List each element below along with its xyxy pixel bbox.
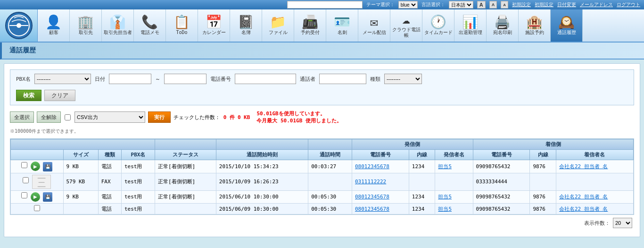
row-caller-name[interactable]: 担当5 bbox=[435, 204, 473, 214]
attendance-label: 出退勤管理 bbox=[459, 30, 482, 35]
row-caller-tel[interactable]: 08012345678 bbox=[352, 160, 409, 173]
row-callee-tel: 0333334444 bbox=[473, 173, 530, 190]
font-size-btn-3[interactable]: A bbox=[501, 1, 508, 9]
top-bar: テーマ選択： blue 言語選択： 日本語 A A A 初期設定 初期設定 日付… bbox=[0, 0, 644, 9]
sidebar-item-mail[interactable]: ✉️ メール配信 bbox=[358, 9, 390, 42]
row-status: 正常[着側切断] bbox=[155, 173, 216, 190]
row-start-time: 2015/06/10 10:30:00 bbox=[216, 190, 308, 204]
display-count-label: 表示件数： bbox=[584, 220, 610, 227]
play-button[interactable]: ▶ bbox=[31, 162, 40, 171]
app-logo bbox=[0, 9, 38, 42]
lang-select[interactable]: 日本語 bbox=[449, 1, 473, 9]
sidebar-item-timecard[interactable]: 🕐 タイムカード bbox=[422, 9, 454, 42]
font-size-btn-1[interactable]: A bbox=[477, 1, 486, 9]
row-caller-tel[interactable]: 08012345678 bbox=[352, 204, 409, 214]
history-link[interactable]: 日付変更 bbox=[557, 1, 576, 8]
row-caller-ext: 1234 bbox=[409, 204, 435, 214]
date-label: 日付 bbox=[95, 76, 105, 83]
row-checkbox[interactable] bbox=[34, 205, 40, 211]
row-size bbox=[63, 204, 98, 214]
sidebar-item-cloud-tel[interactable]: ☁️ クラウド電話帳 bbox=[390, 9, 422, 42]
col-group-duration bbox=[308, 139, 352, 150]
row-caller-name[interactable]: 担当5 bbox=[435, 190, 473, 204]
row-status: 正常[着側切断] bbox=[155, 160, 216, 173]
tel-label: 電話番号 bbox=[210, 76, 231, 83]
yoyaku-label: 予約受付 bbox=[301, 30, 320, 35]
content-area: PBX名 -------- test用 日付 ～ 電話番号 通話者 種類 ---… bbox=[4, 63, 640, 237]
csv-checkbox[interactable] bbox=[65, 114, 71, 120]
sidebar-item-meishi[interactable]: 🪪 名刺 bbox=[326, 9, 358, 42]
row-caller-tel[interactable]: 0311112222 bbox=[352, 173, 409, 190]
sidebar-item-call-history[interactable]: 🕰️ 通話履歴 bbox=[551, 9, 583, 42]
data-table: 発信側 着信側 サイズ 種類 PBX名 ステータス 通話開始時刻 通話時間 電話… bbox=[10, 139, 634, 214]
top-search-input[interactable] bbox=[287, 1, 363, 9]
row-caller-name[interactable]: 担当5 bbox=[435, 160, 473, 173]
display-count-select[interactable]: 10 20 50 100 bbox=[613, 218, 632, 228]
clear-button[interactable]: クリア bbox=[44, 90, 75, 101]
mail-label: メール配信 bbox=[363, 30, 386, 35]
admin-link[interactable]: 初期設定 bbox=[512, 1, 531, 8]
col-group-start bbox=[216, 139, 308, 150]
cloud-tel-icon: ☁️ bbox=[402, 13, 410, 26]
checked-count-value: 0 件 bbox=[223, 114, 235, 120]
customer-icon: 👤 bbox=[45, 16, 62, 29]
sidebar-item-file[interactable]: 📁 ファイル bbox=[262, 9, 294, 42]
sidebar-item-yoyaku[interactable]: 📠 予約受付 bbox=[294, 9, 326, 42]
sidebar-item-tel-memo[interactable]: 📞 電話メモ bbox=[134, 9, 166, 42]
row-caller-tel[interactable]: 08012345678 bbox=[352, 190, 409, 204]
sidebar-item-torihiki-tanto[interactable]: 👔 取引先担当者 bbox=[102, 9, 134, 42]
back-link[interactable]: 初期設定 bbox=[535, 1, 553, 8]
row-checkbox[interactable] bbox=[23, 177, 29, 183]
caller-input[interactable] bbox=[319, 74, 366, 84]
sidebar-item-address-print[interactable]: 🖨️ 宛名印刷 bbox=[487, 9, 519, 42]
col-caller-ext: 内線 bbox=[409, 150, 435, 160]
sidebar-item-torihiki[interactable]: 🏢 取引先 bbox=[70, 9, 102, 42]
address-print-icon: 🖨️ bbox=[494, 16, 511, 29]
row-size: 9 KB bbox=[63, 190, 98, 204]
meibo-icon: 📓 bbox=[238, 16, 254, 29]
page-title: 通話履歴 bbox=[9, 46, 36, 54]
sidebar-item-attendance[interactable]: 📊 出退勤管理 bbox=[454, 9, 487, 42]
data-table-wrap: 発信側 着信側 サイズ 種類 PBX名 ステータス 通話開始時刻 通話時間 電話… bbox=[10, 138, 634, 215]
timecard-icon: 🕐 bbox=[430, 16, 446, 29]
row-status bbox=[155, 204, 216, 214]
search-button[interactable]: 検索 bbox=[16, 90, 41, 101]
save-button[interactable]: 💾 bbox=[43, 162, 52, 171]
sidebar-item-todo[interactable]: 📋 ToDo bbox=[166, 9, 198, 42]
row-controls bbox=[11, 204, 64, 214]
table-row: ▶ 💾 9 KB 電話 test用 正常[着側切断] 2015/10/10 15… bbox=[11, 160, 634, 173]
row-callee-ext: 9876 bbox=[530, 204, 556, 214]
row-checkbox[interactable] bbox=[21, 192, 27, 198]
lang-label: 言語選択： bbox=[421, 1, 445, 8]
execute-button[interactable]: 実行 bbox=[148, 111, 171, 123]
theme-select[interactable]: blue bbox=[398, 1, 418, 9]
table-row: 電話 test用 2015/06/09 10:30:00 00:05:30 08… bbox=[11, 204, 634, 214]
row-callee-name[interactable]: 会社名22 担当者 名 bbox=[556, 190, 633, 204]
sidebar-item-customer[interactable]: 👤 顧客 bbox=[38, 9, 70, 42]
calendar-label: カレンダー bbox=[202, 30, 226, 35]
sidebar-item-calendar[interactable]: 📅 カレンダー bbox=[198, 9, 230, 42]
sidebar-item-meibo[interactable]: 📓 名簿 bbox=[230, 9, 262, 42]
date-to-input[interactable] bbox=[164, 74, 206, 84]
sidebar-item-facility[interactable]: 🏨 施設予約 bbox=[519, 9, 551, 42]
row-checkbox[interactable] bbox=[21, 162, 27, 168]
row-callee-name[interactable]: 会社名22 担当者 名 bbox=[556, 204, 633, 214]
save-button[interactable]: 💾 bbox=[43, 192, 52, 202]
font-size-btn-2[interactable]: A bbox=[489, 1, 497, 9]
logout-link[interactable]: ログアウト bbox=[617, 1, 640, 8]
deselect-all-button[interactable]: 全解除 bbox=[37, 111, 61, 123]
torihiki-tanto-icon: 👔 bbox=[109, 16, 126, 29]
type-select[interactable]: -------- 電話 FAX bbox=[384, 74, 422, 84]
storage-info: 50.01GBを使用しています。 今月最大 50.01GB 使用しました。 bbox=[256, 110, 342, 124]
pbx-select[interactable]: -------- test用 bbox=[34, 74, 91, 84]
row-duration: 00:05:30 bbox=[308, 190, 352, 204]
date-from-input[interactable] bbox=[109, 74, 151, 84]
play-button[interactable]: ▶ bbox=[31, 192, 40, 202]
row-callee-name[interactable]: 会社名22 担当者 名 bbox=[556, 160, 633, 173]
col-checkbox bbox=[11, 150, 64, 160]
csv-select[interactable]: CSV出力 CSV出力（全項目） bbox=[74, 111, 145, 123]
tel-input[interactable] bbox=[235, 74, 296, 84]
mail-link[interactable]: メールアドレス bbox=[580, 1, 613, 8]
call-history-label: 通話履歴 bbox=[557, 30, 576, 35]
select-all-button[interactable]: 全選択 bbox=[10, 111, 34, 123]
